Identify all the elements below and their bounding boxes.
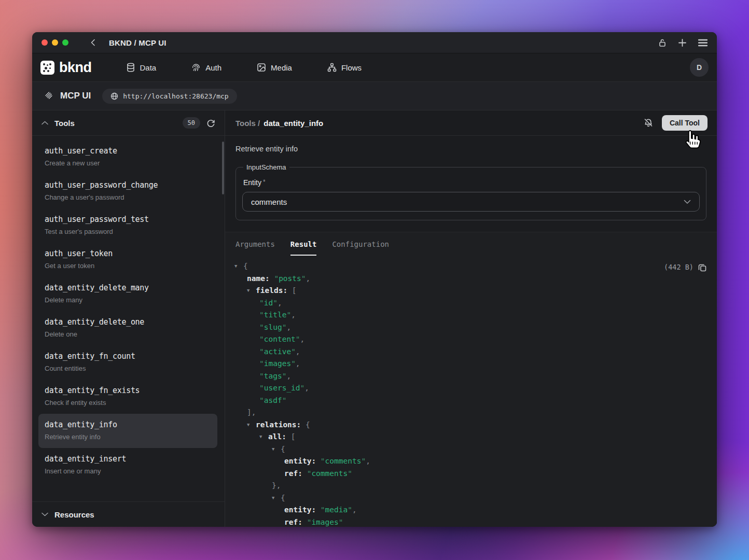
tools-count-badge: 50 bbox=[183, 117, 200, 129]
entity-field-label: Entity* bbox=[243, 178, 700, 187]
nav-item-media[interactable]: Media bbox=[251, 59, 298, 76]
entity-select[interactable]: comments bbox=[242, 192, 700, 212]
tab-result[interactable]: Result bbox=[290, 240, 317, 256]
bknd-logo-icon bbox=[40, 61, 54, 75]
call-tool-button[interactable]: Call Tool bbox=[662, 115, 708, 131]
chevron-down-icon bbox=[684, 200, 691, 204]
tools-section-header[interactable]: Tools 50 bbox=[32, 110, 225, 136]
breadcrumb-current: data_entity_info bbox=[263, 119, 323, 128]
tool-list-item[interactable]: data_entity_info Retrieve entity info bbox=[38, 414, 217, 448]
user-avatar[interactable]: D bbox=[690, 58, 709, 77]
tool-description: Test a user's password bbox=[45, 228, 211, 235]
tool-summary: Retrieve entity info InputSchema Entity*… bbox=[225, 136, 717, 220]
collapse-caret-icon[interactable]: ▼ bbox=[234, 260, 243, 273]
json-line: "id", bbox=[225, 297, 717, 310]
result-tabs: Arguments Result Configuration bbox=[225, 232, 717, 256]
tool-list-item[interactable]: data_entity_delete_one Delete one bbox=[38, 311, 217, 345]
back-icon[interactable] bbox=[89, 38, 98, 47]
json-line: "asdf" bbox=[225, 395, 717, 407]
json-line: ref: "images" bbox=[225, 516, 717, 527]
tool-list-item[interactable]: auth_user_create Create a new user bbox=[38, 140, 217, 174]
sidebar-scrollbar-thumb[interactable] bbox=[222, 142, 224, 194]
resources-header-label: Resources bbox=[54, 510, 94, 519]
fingerprint-icon bbox=[191, 63, 201, 72]
json-line: ref: "comments" bbox=[225, 468, 717, 480]
json-line: ▼relations: { bbox=[225, 419, 717, 431]
json-line: ▼{ bbox=[225, 260, 717, 273]
json-line: }, bbox=[225, 480, 717, 492]
page-title: MCP UI bbox=[60, 91, 91, 101]
tool-description: Get a user token bbox=[45, 262, 211, 270]
collapse-caret-icon[interactable]: ▼ bbox=[247, 419, 256, 431]
tool-description: Delete one bbox=[45, 330, 211, 338]
json-line: ▼{ bbox=[225, 492, 717, 505]
input-schema-fieldset: InputSchema Entity* comments bbox=[235, 163, 706, 220]
titlebar: BKND / MCP UI bbox=[32, 32, 717, 53]
tool-description: Change a user's password bbox=[45, 193, 211, 201]
collapse-caret-icon[interactable]: ▼ bbox=[259, 431, 268, 443]
lock-icon[interactable] bbox=[658, 38, 667, 47]
tool-name: auth_user_password_change bbox=[45, 180, 211, 190]
collapse-caret-icon[interactable]: ▼ bbox=[272, 492, 281, 505]
app-window: BKND / MCP UI bknd bbox=[32, 32, 717, 527]
nav-item-flows[interactable]: Flows bbox=[321, 59, 368, 76]
window-title: BKND / MCP UI bbox=[109, 38, 167, 47]
json-line: entity: "media", bbox=[225, 504, 717, 516]
nav-item-auth[interactable]: Auth bbox=[185, 59, 228, 76]
nav-item-data[interactable]: Data bbox=[120, 59, 163, 76]
tool-list-item[interactable]: data_entity_insert Insert one or many bbox=[38, 448, 217, 482]
tool-name: data_entity_delete_many bbox=[45, 283, 211, 292]
json-line: ▼fields: [ bbox=[225, 285, 717, 297]
json-line: "slug", bbox=[225, 321, 717, 334]
json-line: entity: "comments", bbox=[225, 455, 717, 468]
minimize-window-button[interactable] bbox=[52, 39, 58, 46]
refresh-icon[interactable] bbox=[206, 119, 215, 128]
tool-name: data_entity_fn_exists bbox=[45, 386, 211, 395]
nav-item-label: Media bbox=[271, 63, 292, 72]
tab-configuration[interactable]: Configuration bbox=[332, 240, 389, 256]
json-line: "title", bbox=[225, 309, 717, 321]
breadcrumb-root[interactable]: Tools / bbox=[235, 119, 260, 128]
nav-item-label: Auth bbox=[205, 63, 221, 72]
zoom-window-button[interactable] bbox=[62, 39, 68, 46]
tool-description: Create a new user bbox=[45, 159, 211, 167]
tool-list-item[interactable]: data_entity_delete_many Delete many bbox=[38, 277, 217, 311]
nav-item-label: Data bbox=[140, 63, 157, 72]
entity-select-value: comments bbox=[251, 198, 287, 206]
tool-list-item[interactable]: data_entity_fn_count Count entities bbox=[38, 345, 217, 380]
json-viewer: (442 B) ▼{name: "posts",▼fields: ["id","… bbox=[225, 256, 717, 527]
input-schema-legend: InputSchema bbox=[243, 163, 289, 171]
resources-section-header[interactable]: Resources bbox=[32, 501, 225, 527]
tool-name: auth_user_create bbox=[45, 146, 211, 156]
close-window-button[interactable] bbox=[41, 39, 48, 46]
tool-list-item[interactable]: data_entity_fn_exists Check if entity ex… bbox=[38, 380, 217, 414]
tab-arguments[interactable]: Arguments bbox=[235, 240, 275, 256]
json-line: "content", bbox=[225, 333, 717, 346]
json-line: "tags", bbox=[225, 370, 717, 383]
new-tab-icon[interactable] bbox=[678, 38, 687, 47]
json-line: "users_id", bbox=[225, 382, 717, 395]
tool-name: data_entity_insert bbox=[45, 454, 211, 464]
tool-description: Check if entity exists bbox=[45, 399, 211, 407]
json-line: ], bbox=[225, 407, 717, 419]
notifications-off-icon[interactable] bbox=[643, 118, 654, 128]
collapse-caret-icon[interactable]: ▼ bbox=[272, 443, 281, 456]
tool-list-item[interactable]: auth_user_password_change Change a user'… bbox=[38, 174, 217, 208]
mcp-icon bbox=[44, 91, 54, 101]
json-line: "active", bbox=[225, 346, 717, 358]
tools-sidebar: Tools 50 auth_user_create Create a new u… bbox=[32, 110, 225, 527]
menu-icon[interactable] bbox=[698, 39, 708, 47]
brand-logo[interactable]: bknd bbox=[40, 60, 92, 76]
collapse-caret-icon[interactable]: ▼ bbox=[247, 285, 256, 297]
server-url-pill[interactable]: http://localhost:28623/mcp bbox=[102, 89, 237, 104]
tools-list: auth_user_create Create a new user auth_… bbox=[32, 136, 225, 501]
database-icon bbox=[126, 63, 135, 72]
workflow-icon bbox=[327, 63, 337, 72]
tool-list-item[interactable]: auth_user_token Get a user token bbox=[38, 243, 217, 277]
json-lines: ▼{name: "posts",▼fields: ["id","title","… bbox=[225, 260, 717, 527]
tool-description-text: Retrieve entity info bbox=[235, 145, 706, 153]
tool-list-item[interactable]: auth_user_password_test Test a user's pa… bbox=[38, 208, 217, 243]
tool-detail-header: Tools / data_entity_info Call Tool bbox=[225, 110, 717, 136]
copy-icon[interactable] bbox=[698, 263, 706, 272]
tools-header-label: Tools bbox=[54, 119, 75, 128]
